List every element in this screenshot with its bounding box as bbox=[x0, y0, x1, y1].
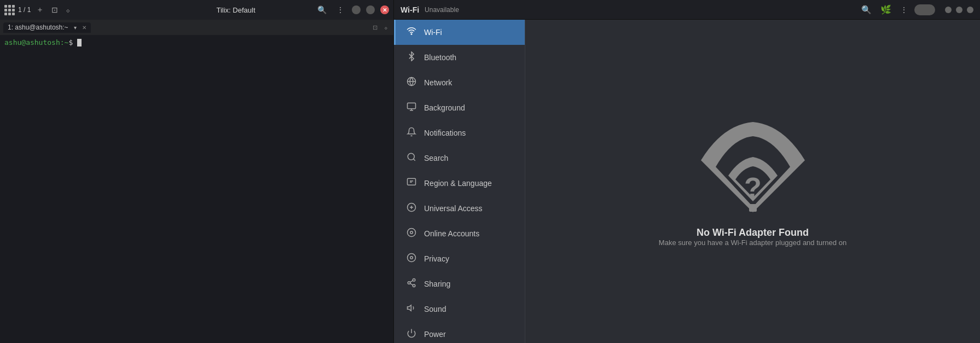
settings-close-btn[interactable] bbox=[967, 7, 973, 13]
terminal-maximize-icon[interactable]: ⊡ bbox=[373, 24, 378, 31]
sidebar-item-online-accounts[interactable]: Online Accounts bbox=[394, 221, 525, 246]
svg-point-6 bbox=[408, 153, 414, 160]
tilix-topbar: 1 / 1 ＋ ⊡ ⬦ Tilix: Default 🔍 ⋮ ✕ bbox=[0, 0, 393, 20]
terminal-broadcast-icon[interactable]: ⬦ bbox=[382, 23, 390, 32]
settings-search-icon[interactable]: 🔍 bbox=[859, 4, 874, 16]
settings-minimize-btn[interactable] bbox=[945, 7, 952, 13]
settings-more-icon[interactable]: ⋮ bbox=[898, 4, 910, 15]
sidebar-item-label-power: Power bbox=[424, 330, 446, 339]
sidebar-item-power[interactable]: Power bbox=[394, 322, 525, 343]
broadcast-icon[interactable]: ⬦ bbox=[63, 4, 72, 15]
network-icon bbox=[407, 77, 416, 89]
svg-point-16 bbox=[413, 284, 415, 287]
sound-icon bbox=[407, 303, 416, 315]
notifications-icon bbox=[407, 127, 416, 139]
prompt-user: ashu@ashutosh: bbox=[4, 38, 65, 46]
terminal-tab-label: 1: ashu@ashutosh:~ bbox=[8, 24, 68, 31]
online-accounts-icon bbox=[407, 228, 416, 240]
tab-counter: 1 / 1 bbox=[18, 6, 31, 14]
svg-line-7 bbox=[413, 159, 415, 160]
privacy-icon bbox=[407, 253, 416, 265]
sidebar-item-label-universal-access: Universal Access bbox=[424, 204, 483, 213]
sidebar-item-bluetooth[interactable]: Bluetooth bbox=[394, 45, 525, 70]
svg-line-17 bbox=[410, 283, 413, 285]
terminal-tab-1[interactable]: 1: ashu@ashutosh:~ ▾ ✕ bbox=[3, 22, 91, 33]
svg-point-13 bbox=[410, 257, 413, 259]
background-icon bbox=[407, 102, 416, 114]
settings-window-title: Wi-Fi bbox=[401, 5, 419, 14]
svg-point-0 bbox=[411, 34, 412, 35]
region-language-icon bbox=[407, 177, 416, 189]
sidebar-item-background[interactable]: Background bbox=[394, 95, 525, 120]
sidebar-item-search[interactable]: Search bbox=[394, 146, 525, 171]
universal-access-icon bbox=[407, 202, 416, 214]
terminal-tab-close[interactable]: ✕ bbox=[82, 25, 86, 31]
svg-text:?: ? bbox=[744, 172, 762, 204]
sidebar-item-universal-access[interactable]: Universal Access bbox=[394, 196, 525, 221]
sidebar-item-sound[interactable]: Sound bbox=[394, 297, 525, 322]
no-adapter-subtext: Make sure you have a Wi-Fi adapter plugg… bbox=[659, 239, 846, 247]
terminal-pane: 1 / 1 ＋ ⊡ ⬦ Tilix: Default 🔍 ⋮ ✕ 1: ashu… bbox=[0, 0, 394, 343]
sidebar-item-label-sharing: Sharing bbox=[424, 280, 450, 288]
settings-body: Wi-FiBluetoothNetworkBackgroundNotificat… bbox=[394, 20, 980, 343]
terminal-tab-arrow[interactable]: ▾ bbox=[72, 24, 79, 32]
sidebar-item-label-privacy: Privacy bbox=[424, 254, 449, 263]
wifi-panel: ? No Wi-Fi Adapter Found Make sure you h… bbox=[525, 20, 980, 343]
sidebar-item-label-network: Network bbox=[424, 78, 452, 87]
settings-maximize-btn[interactable] bbox=[956, 7, 962, 13]
sidebar-item-label-notifications: Notifications bbox=[424, 129, 466, 137]
prompt-symbol: $ bbox=[68, 38, 77, 46]
sidebar-item-label-sound: Sound bbox=[424, 305, 446, 313]
svg-line-18 bbox=[410, 281, 413, 282]
sharing-icon bbox=[407, 278, 416, 290]
settings-sidebar: Wi-FiBluetoothNetworkBackgroundNotificat… bbox=[394, 20, 525, 343]
terminal-body[interactable]: ashu@ashutosh:~$ bbox=[0, 35, 393, 343]
grid-icon[interactable] bbox=[4, 5, 15, 15]
search-icon[interactable]: 🔍 bbox=[315, 4, 329, 15]
no-adapter-heading: No Wi-Fi Adapter Found bbox=[697, 227, 809, 239]
sidebar-item-privacy[interactable]: Privacy bbox=[394, 246, 525, 271]
sidebar-item-label-online-accounts: Online Accounts bbox=[424, 229, 479, 238]
add-tab-icon[interactable]: ＋ bbox=[34, 4, 46, 16]
sidebar-item-region-language[interactable]: Region & Language bbox=[394, 171, 525, 196]
close-button[interactable]: ✕ bbox=[380, 5, 389, 14]
sidebar-item-label-wifi: Wi-Fi bbox=[424, 28, 442, 37]
search-icon bbox=[407, 152, 416, 164]
wifi-icon bbox=[407, 26, 416, 38]
sidebar-item-label-background: Background bbox=[424, 103, 465, 112]
sidebar-item-wifi[interactable]: Wi-Fi bbox=[394, 20, 525, 45]
settings-app-icon: 🌿 bbox=[878, 3, 894, 16]
no-wifi-icon: ? bbox=[693, 117, 813, 220]
maximize-button[interactable] bbox=[366, 5, 375, 14]
svg-point-14 bbox=[413, 279, 415, 282]
more-options-icon[interactable]: ⋮ bbox=[334, 4, 346, 15]
sidebar-item-label-bluetooth: Bluetooth bbox=[424, 53, 456, 62]
svg-point-11 bbox=[410, 231, 413, 234]
sidebar-item-network[interactable]: Network bbox=[394, 70, 525, 95]
svg-point-15 bbox=[408, 282, 410, 284]
settings-window: Wi-Fi Unavailable 🔍 🌿 ⋮ Wi-FiBluetoothNe… bbox=[394, 0, 980, 343]
svg-rect-22 bbox=[749, 204, 757, 212]
tilix-title: Tilix: Default bbox=[160, 6, 312, 14]
svg-marker-19 bbox=[408, 305, 411, 311]
power-icon bbox=[407, 328, 416, 340]
wifi-toggle[interactable] bbox=[914, 4, 935, 15]
terminal-cursor bbox=[77, 39, 82, 46]
wifi-status-label: Unavailable bbox=[425, 6, 459, 14]
terminal-tab-bar: 1: ashu@ashutosh:~ ▾ ✕ ⊡ ⬦ bbox=[0, 20, 393, 35]
sidebar-item-label-search: Search bbox=[424, 154, 448, 162]
minimize-button[interactable] bbox=[352, 5, 361, 14]
sidebar-item-notifications[interactable]: Notifications bbox=[394, 120, 525, 146]
bluetooth-icon bbox=[407, 51, 416, 63]
svg-point-10 bbox=[408, 229, 416, 237]
settings-titlebar: Wi-Fi Unavailable 🔍 🌿 ⋮ bbox=[394, 0, 980, 20]
sidebar-item-label-region-language: Region & Language bbox=[424, 179, 492, 188]
add-terminal-icon[interactable]: ⊡ bbox=[49, 4, 60, 15]
sidebar-item-sharing[interactable]: Sharing bbox=[394, 271, 525, 297]
svg-rect-3 bbox=[408, 103, 416, 109]
svg-point-12 bbox=[408, 254, 416, 262]
